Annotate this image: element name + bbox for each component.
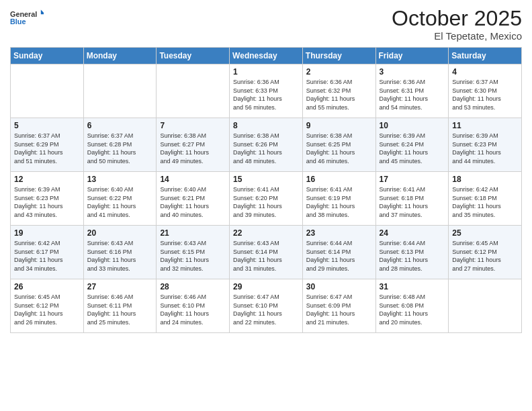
title-block: October 2025 El Tepetate, Mexico [392, 7, 522, 42]
calendar-cell: 27Sunrise: 6:46 AMSunset: 6:11 PMDayligh… [83, 279, 157, 333]
header-monday: Monday [83, 48, 157, 64]
calendar-cell: 12Sunrise: 6:39 AMSunset: 6:23 PMDayligh… [11, 172, 84, 226]
day-info: Sunrise: 6:41 AMSunset: 6:19 PMDaylight:… [306, 185, 372, 219]
day-number: 1 [233, 67, 299, 77]
day-info: Sunrise: 6:43 AMSunset: 6:14 PMDaylight:… [233, 239, 299, 273]
calendar-cell: 9Sunrise: 6:38 AMSunset: 6:25 PMDaylight… [302, 118, 375, 172]
calendar-cell: 13Sunrise: 6:40 AMSunset: 6:22 PMDayligh… [83, 172, 157, 226]
day-info: Sunrise: 6:37 AMSunset: 6:29 PMDaylight:… [14, 132, 80, 165]
calendar: Sunday Monday Tuesday Wednesday Thursday… [10, 47, 522, 333]
day-info: Sunrise: 6:36 AMSunset: 6:32 PMDaylight:… [306, 78, 372, 111]
day-info: Sunrise: 6:43 AMSunset: 6:16 PMDaylight:… [87, 239, 153, 273]
calendar-cell: 26Sunrise: 6:45 AMSunset: 6:12 PMDayligh… [11, 279, 84, 333]
day-number: 26 [14, 282, 80, 291]
day-info: Sunrise: 6:36 AMSunset: 6:33 PMDaylight:… [233, 78, 299, 111]
day-number: 29 [233, 282, 299, 291]
day-number: 3 [380, 67, 445, 77]
calendar-cell: 7Sunrise: 6:38 AMSunset: 6:27 PMDaylight… [157, 118, 230, 172]
header-sunday: Sunday [11, 48, 84, 64]
day-info: Sunrise: 6:38 AMSunset: 6:25 PMDaylight:… [306, 132, 372, 165]
day-number: 27 [87, 282, 153, 291]
day-number: 12 [14, 175, 80, 184]
calendar-week-row: 5Sunrise: 6:37 AMSunset: 6:29 PMDaylight… [11, 118, 522, 172]
day-number: 24 [380, 228, 445, 238]
day-info: Sunrise: 6:40 AMSunset: 6:21 PMDaylight:… [160, 185, 226, 219]
day-number: 7 [160, 121, 226, 130]
calendar-cell [83, 64, 157, 118]
day-number: 11 [452, 121, 518, 130]
svg-marker-2 [41, 10, 44, 15]
day-info: Sunrise: 6:36 AMSunset: 6:31 PMDaylight:… [380, 78, 445, 111]
svg-text:Blue: Blue [10, 17, 26, 26]
day-number: 30 [306, 282, 372, 291]
day-number: 2 [306, 67, 372, 77]
calendar-cell: 20Sunrise: 6:43 AMSunset: 6:16 PMDayligh… [83, 226, 157, 279]
day-number: 6 [87, 121, 153, 130]
calendar-cell: 28Sunrise: 6:46 AMSunset: 6:10 PMDayligh… [157, 279, 230, 333]
calendar-cell: 22Sunrise: 6:43 AMSunset: 6:14 PMDayligh… [230, 226, 303, 279]
day-info: Sunrise: 6:48 AMSunset: 6:08 PMDaylight:… [380, 293, 445, 326]
day-number: 16 [306, 175, 372, 184]
calendar-cell: 31Sunrise: 6:48 AMSunset: 6:08 PMDayligh… [375, 279, 449, 333]
day-info: Sunrise: 6:47 AMSunset: 6:09 PMDaylight:… [306, 293, 372, 326]
calendar-cell: 17Sunrise: 6:41 AMSunset: 6:18 PMDayligh… [375, 172, 449, 226]
day-number: 4 [452, 67, 518, 77]
logo: General Blue [10, 7, 44, 30]
day-number: 9 [306, 121, 372, 130]
header-tuesday: Tuesday [157, 48, 230, 64]
weekday-header-row: Sunday Monday Tuesday Wednesday Thursday… [11, 48, 522, 64]
calendar-cell [449, 279, 522, 333]
calendar-week-row: 1Sunrise: 6:36 AMSunset: 6:33 PMDaylight… [11, 64, 522, 118]
calendar-cell: 11Sunrise: 6:39 AMSunset: 6:23 PMDayligh… [449, 118, 522, 172]
day-info: Sunrise: 6:41 AMSunset: 6:18 PMDaylight:… [380, 185, 445, 219]
calendar-cell [157, 64, 230, 118]
calendar-cell: 15Sunrise: 6:41 AMSunset: 6:20 PMDayligh… [230, 172, 303, 226]
calendar-cell: 25Sunrise: 6:45 AMSunset: 6:12 PMDayligh… [449, 226, 522, 279]
calendar-cell: 23Sunrise: 6:44 AMSunset: 6:14 PMDayligh… [302, 226, 375, 279]
day-info: Sunrise: 6:39 AMSunset: 6:24 PMDaylight:… [380, 132, 445, 165]
day-info: Sunrise: 6:37 AMSunset: 6:28 PMDaylight:… [87, 132, 153, 165]
calendar-cell: 30Sunrise: 6:47 AMSunset: 6:09 PMDayligh… [302, 279, 375, 333]
day-number: 10 [380, 121, 445, 130]
calendar-cell: 10Sunrise: 6:39 AMSunset: 6:24 PMDayligh… [375, 118, 449, 172]
calendar-cell [11, 64, 84, 118]
header-saturday: Saturday [449, 48, 522, 64]
day-info: Sunrise: 6:40 AMSunset: 6:22 PMDaylight:… [87, 185, 153, 219]
calendar-week-row: 19Sunrise: 6:42 AMSunset: 6:17 PMDayligh… [11, 226, 522, 279]
day-number: 22 [233, 228, 299, 238]
calendar-cell: 21Sunrise: 6:43 AMSunset: 6:15 PMDayligh… [157, 226, 230, 279]
calendar-cell: 24Sunrise: 6:44 AMSunset: 6:13 PMDayligh… [375, 226, 449, 279]
day-number: 31 [380, 282, 445, 291]
day-number: 18 [452, 175, 518, 184]
calendar-cell: 19Sunrise: 6:42 AMSunset: 6:17 PMDayligh… [11, 226, 84, 279]
calendar-cell: 5Sunrise: 6:37 AMSunset: 6:29 PMDaylight… [11, 118, 84, 172]
day-info: Sunrise: 6:44 AMSunset: 6:14 PMDaylight:… [306, 239, 372, 273]
day-number: 17 [380, 175, 445, 184]
day-number: 14 [160, 175, 226, 184]
calendar-cell: 4Sunrise: 6:37 AMSunset: 6:30 PMDaylight… [449, 64, 522, 118]
header-friday: Friday [375, 48, 449, 64]
calendar-cell: 2Sunrise: 6:36 AMSunset: 6:32 PMDaylight… [302, 64, 375, 118]
day-info: Sunrise: 6:38 AMSunset: 6:27 PMDaylight:… [160, 132, 226, 165]
calendar-cell: 6Sunrise: 6:37 AMSunset: 6:28 PMDaylight… [83, 118, 157, 172]
title-month: October 2025 [392, 7, 522, 30]
calendar-cell: 1Sunrise: 6:36 AMSunset: 6:33 PMDaylight… [230, 64, 303, 118]
day-info: Sunrise: 6:39 AMSunset: 6:23 PMDaylight:… [14, 185, 80, 219]
day-number: 13 [87, 175, 153, 184]
calendar-week-row: 26Sunrise: 6:45 AMSunset: 6:12 PMDayligh… [11, 279, 522, 333]
day-number: 20 [87, 228, 153, 238]
svg-text:General: General [10, 10, 37, 18]
day-info: Sunrise: 6:39 AMSunset: 6:23 PMDaylight:… [452, 132, 518, 165]
calendar-cell: 29Sunrise: 6:47 AMSunset: 6:10 PMDayligh… [230, 279, 303, 333]
day-number: 23 [306, 228, 372, 238]
day-info: Sunrise: 6:41 AMSunset: 6:20 PMDaylight:… [233, 185, 299, 219]
day-info: Sunrise: 6:45 AMSunset: 6:12 PMDaylight:… [452, 239, 518, 273]
day-info: Sunrise: 6:42 AMSunset: 6:17 PMDaylight:… [14, 239, 80, 273]
header-thursday: Thursday [302, 48, 375, 64]
day-info: Sunrise: 6:42 AMSunset: 6:18 PMDaylight:… [452, 185, 518, 219]
day-info: Sunrise: 6:46 AMSunset: 6:11 PMDaylight:… [87, 293, 153, 326]
calendar-week-row: 12Sunrise: 6:39 AMSunset: 6:23 PMDayligh… [11, 172, 522, 226]
calendar-cell: 16Sunrise: 6:41 AMSunset: 6:19 PMDayligh… [302, 172, 375, 226]
calendar-cell: 8Sunrise: 6:38 AMSunset: 6:26 PMDaylight… [230, 118, 303, 172]
calendar-cell: 18Sunrise: 6:42 AMSunset: 6:18 PMDayligh… [449, 172, 522, 226]
